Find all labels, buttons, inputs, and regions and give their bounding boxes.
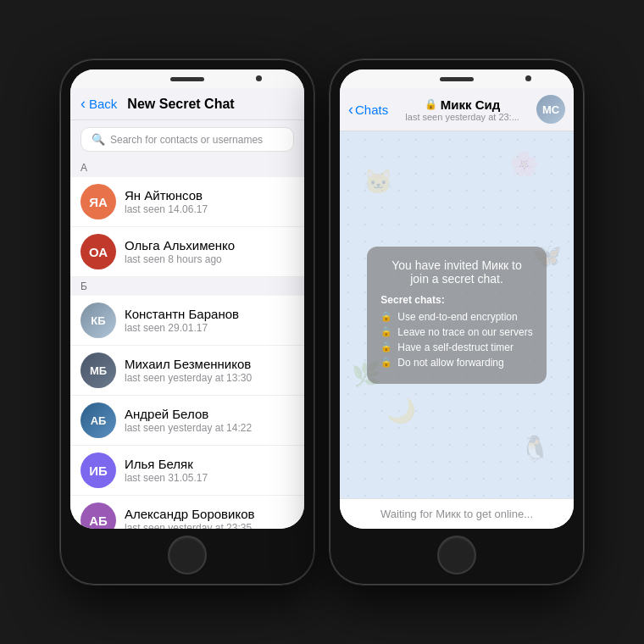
secret-feature-4: 🔒 Do not allow forwarding: [380, 357, 532, 369]
contact-status: last seen 14.06.17: [125, 203, 208, 215]
secret-feature-1: 🔒 Use end-to-end encryption: [380, 311, 532, 323]
lock-icon: 🔒: [425, 98, 437, 110]
contacts-list: А ЯА Ян Айтюнсов last seen 14.06.17 ОА О…: [70, 158, 304, 529]
secret-chat-info-box: You have invited Микк tojoin a secret ch…: [367, 247, 546, 384]
contact-info: Константн Баранов last seen 29.01.17: [125, 307, 239, 334]
chevron-left-icon: ‹: [80, 95, 86, 113]
secret-chat-invite-text: You have invited Микк tojoin a secret ch…: [380, 258, 532, 286]
avatar: МБ: [80, 353, 116, 388]
nav-bar-1: ‹ Back New Secret Chat: [70, 88, 304, 120]
contact-name: Илья Беляк: [125, 457, 208, 471]
doodle-2: 🌸: [509, 150, 539, 178]
contact-info: Михаил Безменников last seen yesterday a…: [125, 357, 252, 384]
camera: [256, 75, 262, 81]
section-header-a: А: [70, 158, 304, 177]
feature-text-1: Use end-to-end encryption: [397, 311, 517, 323]
home-button-2[interactable]: [437, 536, 476, 575]
camera-2: [525, 75, 531, 81]
contact-item[interactable]: ЯА Ян Айтюнсов last seen 14.06.17: [70, 177, 304, 227]
search-placeholder: Search for contacts or usernames: [110, 134, 263, 146]
contact-name: Ян Айтюнсов: [125, 188, 208, 203]
contact-status: last seen 29.01.17: [125, 322, 239, 334]
contact-item[interactable]: АБ Александр Боровиков last seen yesterd…: [70, 496, 304, 529]
chat-nav-bar: ‹ Chats 🔒 Микк Сид last seen yesterday a…: [340, 88, 574, 131]
search-bar: 🔍 Search for contacts or usernames: [70, 120, 304, 158]
contact-name: Константн Баранов: [125, 307, 239, 321]
avatar: КБ: [80, 303, 116, 338]
contact-item[interactable]: КБ Константн Баранов last seen 29.01.17: [70, 296, 304, 346]
chat-background: 🐱 🌸 🦋 🌿 🐧 🌙 You have invited Микк tojoin…: [340, 131, 574, 498]
phone-2-screen: ‹ Chats 🔒 Микк Сид last seen yesterday a…: [340, 69, 574, 529]
status-bar-1: [70, 69, 304, 88]
phone-2: ‹ Chats 🔒 Микк Сид last seen yesterday a…: [330, 59, 584, 585]
speaker: [170, 77, 204, 81]
phone-1: ‹ Back New Secret Chat 🔍 Search for cont…: [60, 59, 314, 585]
speaker-2: [440, 77, 474, 81]
back-button-chats[interactable]: ‹ Chats: [348, 101, 388, 119]
contact-info: Андрей Белов last seen yesterday at 14:2…: [125, 407, 252, 434]
feature-text-2: Leave no trace on our servers: [397, 326, 532, 338]
avatar: ИБ: [80, 452, 116, 488]
contact-item[interactable]: ИБ Илья Беляк last seen 31.05.17: [70, 446, 304, 496]
contact-info: Александр Боровиков last seen yesterday …: [125, 507, 254, 529]
contact-name: Михаил Безменников: [125, 357, 252, 371]
feature-text-4: Do not allow forwarding: [397, 357, 503, 369]
search-field[interactable]: 🔍 Search for contacts or usernames: [80, 127, 294, 152]
search-icon: 🔍: [92, 133, 105, 146]
chat-header-center: 🔒 Микк Сид last seen yesterday at 23:...: [395, 97, 530, 122]
contact-name: Ольга Альхименко: [125, 238, 235, 253]
contact-status: last seen 8 hours ago: [125, 253, 235, 265]
contact-item[interactable]: ОА Ольга Альхименко last seen 8 hours ag…: [70, 227, 304, 277]
avatar: ОА: [80, 234, 116, 269]
back-button[interactable]: ‹ Back: [80, 95, 117, 113]
lock-icon-4: 🔒: [380, 357, 392, 368]
contact-status: last seen yesterday at 13:30: [125, 372, 252, 384]
contact-status: last seen yesterday at 23:35: [125, 522, 254, 529]
home-button-1[interactable]: [168, 536, 207, 575]
lock-icon-2: 🔒: [380, 326, 392, 337]
avatar: АБ: [80, 502, 116, 529]
contact-name: Андрей Белов: [125, 407, 252, 421]
phones-container: ‹ Back New Secret Chat 🔍 Search for cont…: [43, 42, 601, 602]
section-header-b: Б: [70, 277, 304, 296]
contact-name: Александр Боровиков: [125, 507, 254, 521]
avatar: АБ: [80, 402, 116, 438]
contact-item[interactable]: МБ Михаил Безменников last seen yesterda…: [70, 346, 304, 396]
chevron-left-icon: ‹: [348, 101, 353, 119]
waiting-status-bar: Waiting for Микк to get online...: [340, 498, 574, 529]
back-label-chats[interactable]: Chats: [355, 103, 388, 117]
chat-avatar[interactable]: МС: [536, 95, 565, 124]
contact-info: Илья Беляк last seen 31.05.17: [125, 457, 208, 484]
phone-1-screen: ‹ Back New Secret Chat 🔍 Search for cont…: [70, 69, 304, 529]
chat-name: 🔒 Микк Сид: [395, 97, 530, 112]
secret-feature-2: 🔒 Leave no trace on our servers: [380, 326, 532, 338]
secret-chats-label: Secret chats:: [380, 294, 532, 306]
waiting-text: Waiting for Микк to get online...: [380, 508, 533, 520]
secret-feature-3: 🔒 Have a self-destruct timer: [380, 341, 532, 353]
doodle-5: 🐧: [520, 434, 550, 462]
contact-item[interactable]: АБ Андрей Белов last seen yesterday at 1…: [70, 396, 304, 446]
lock-icon-1: 🔒: [380, 311, 392, 322]
contact-info: Ольга Альхименко last seen 8 hours ago: [125, 238, 235, 265]
contact-status: last seen 31.05.17: [125, 472, 208, 484]
status-bar-2: [340, 69, 574, 88]
back-label[interactable]: Back: [89, 97, 117, 111]
doodle-6: 🌙: [386, 397, 416, 425]
page-title: New Secret Chat: [127, 97, 234, 112]
contact-status: last seen yesterday at 14:22: [125, 422, 252, 434]
feature-text-3: Have a self-destruct timer: [397, 341, 514, 353]
lock-icon-3: 🔒: [380, 341, 392, 353]
avatar: ЯА: [80, 184, 116, 219]
contact-info: Ян Айтюнсов last seen 14.06.17: [125, 188, 208, 215]
chat-status: last seen yesterday at 23:...: [395, 112, 530, 122]
doodle-1: 🐱: [364, 168, 393, 196]
